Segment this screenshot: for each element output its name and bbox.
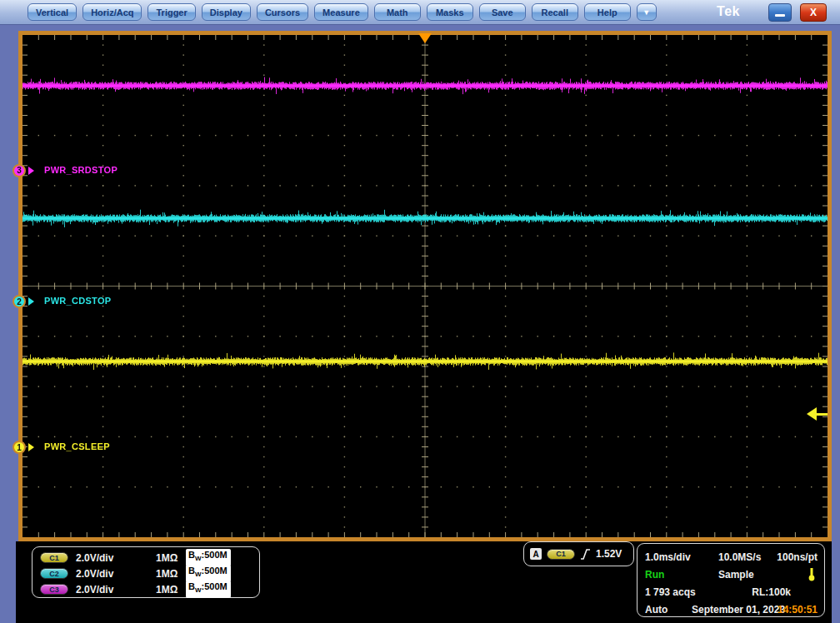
resolution-readout: 100ns/pt: [777, 551, 818, 563]
acq-mode-readout: Sample: [718, 569, 754, 581]
c3-impedance: 1MΩ: [156, 584, 186, 596]
waveform-display-frame: 3PWR_SRDSTOP2PWR_CDSTOP1PWR_CSLEEP: [18, 31, 832, 541]
trigger-level-readout: 1.52V: [596, 548, 622, 560]
trigger-readout-panel: A C1 1.52V: [523, 541, 634, 566]
timebase-row: 1.0ms/div 10.0MS/s 100ns/pt: [645, 548, 818, 566]
minimize-icon: [775, 14, 785, 17]
trigger-source-badge: A: [530, 548, 542, 560]
menu-button-save[interactable]: Save: [479, 3, 526, 21]
record-length-readout: RL:100k: [752, 586, 791, 598]
sample-rate-readout: 10.0MS/s: [718, 551, 761, 563]
c3-scale[interactable]: 2.0V/div: [76, 584, 156, 596]
acq-state-row: Run Sample: [645, 566, 818, 583]
graticule-area: 3PWR_SRDSTOP2PWR_CDSTOP1PWR_CSLEEP: [22, 35, 828, 537]
time-readout: 14:50:51: [778, 604, 818, 616]
channel-readout-panel: C1 2.0V/div 1MΩ BW:500M C2 2.0V/div 1MΩ …: [32, 546, 260, 598]
date-time-row: Auto September 01, 2023 14:50:51: [645, 601, 818, 618]
timebase-readout: 1.0ms/div: [645, 551, 691, 563]
tekscope-window: Vertical Horiz/Acq Trigger Display Curso…: [0, 0, 840, 623]
menu-button-help[interactable]: Help: [584, 3, 631, 21]
menu-button-trigger[interactable]: Trigger: [148, 3, 195, 21]
menu-dropdown-button[interactable]: ▼: [637, 3, 657, 21]
menu-button-measure[interactable]: Measure: [314, 3, 368, 21]
menu-bar: Vertical Horiz/Acq Trigger Display Curso…: [0, 0, 840, 25]
c2-bandwidth: BW:500M: [186, 565, 231, 581]
trigger-mode-readout: Auto: [645, 604, 668, 616]
menu-button-recall[interactable]: Recall: [532, 3, 578, 21]
channel-c3-badge[interactable]: C3: [40, 584, 68, 595]
trigger-channel-badge[interactable]: C1: [547, 549, 575, 560]
trigger-indicator-icon: [808, 568, 816, 581]
trigger-level-tail: [815, 413, 828, 416]
trigger-level-arrow-icon: [807, 407, 817, 421]
channel-c1-badge[interactable]: C1: [40, 552, 68, 563]
channel-readout-row-c1: C1 2.0V/div 1MΩ BW:500M: [40, 550, 259, 566]
acquisitions-count: 1 793 acqs: [645, 586, 696, 598]
c1-impedance: 1MΩ: [156, 552, 186, 564]
waveform-label-pwr_cdstop: PWR_CDSTOP: [44, 296, 111, 306]
c3-bandwidth: BW:500M: [186, 581, 231, 597]
channel-1-marker-arrow-icon: [28, 443, 34, 451]
menu-button-cursors[interactable]: Cursors: [257, 3, 308, 21]
trigger-level-marker[interactable]: [806, 407, 828, 421]
readout-strip: C1 2.0V/div 1MΩ BW:500M C2 2.0V/div 1MΩ …: [16, 541, 832, 623]
rising-edge-icon: [580, 548, 591, 561]
channel-3-marker-arrow-icon: [28, 167, 34, 175]
menu-button-horiz-acq[interactable]: Horiz/Acq: [82, 3, 142, 21]
c1-bandwidth: BW:500M: [186, 549, 231, 566]
channel-readout-row-c3: C3 2.0V/div 1MΩ BW:500M: [40, 581, 259, 597]
trigger-position-marker[interactable]: [418, 33, 432, 43]
minimize-button[interactable]: [768, 3, 792, 22]
date-readout: September 01, 2023: [692, 604, 785, 616]
waveform-canvas: [22, 35, 828, 537]
waveform-label-pwr_csleep: PWR_CSLEEP: [44, 441, 110, 451]
menu-button-math[interactable]: Math: [374, 3, 421, 21]
waveform-label-pwr_srdstop: PWR_SRDSTOP: [44, 165, 118, 175]
menu-button-vertical[interactable]: Vertical: [28, 3, 77, 21]
channel-3-ground-marker[interactable]: 3: [12, 164, 26, 177]
close-button[interactable]: X: [800, 3, 827, 22]
channel-2-marker-arrow-icon: [28, 297, 34, 306]
c2-scale[interactable]: 2.0V/div: [76, 568, 156, 580]
menu-button-display[interactable]: Display: [202, 3, 251, 21]
channel-c2-badge[interactable]: C2: [40, 568, 68, 579]
channel-readout-row-c2: C2 2.0V/div 1MΩ BW:500M: [40, 566, 259, 581]
run-status: Run: [645, 569, 664, 581]
menu-button-masks[interactable]: Masks: [427, 3, 473, 21]
channel-1-ground-marker[interactable]: 1: [12, 441, 26, 454]
acq-count-row: 1 793 acqs RL:100k: [645, 583, 818, 601]
acquisition-readout-panel: 1.0ms/div 10.0MS/s 100ns/pt Run Sample 1…: [637, 543, 825, 617]
c1-scale[interactable]: 2.0V/div: [76, 552, 156, 564]
tek-logo: Tek: [717, 4, 740, 19]
c2-impedance: 1MΩ: [156, 568, 186, 580]
